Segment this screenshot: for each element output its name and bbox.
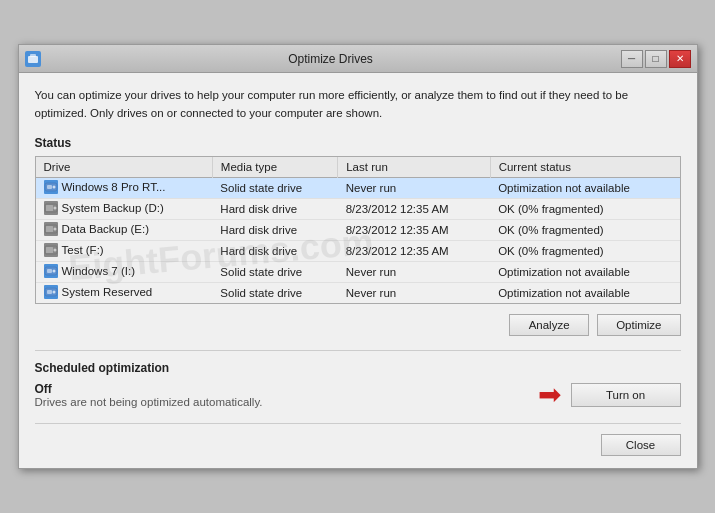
table-row[interactable]: Windows 8 Pro RT...Solid state driveNeve… — [36, 177, 680, 198]
current-status-cell: Optimization not available — [490, 177, 679, 198]
table-header-row: Drive Media type Last run Current status — [36, 157, 680, 178]
restore-button[interactable]: □ — [645, 50, 667, 68]
window-title: Optimize Drives — [41, 52, 621, 66]
last-run-cell: 8/23/2012 12:35 AM — [338, 198, 490, 219]
ssd-drive-icon — [44, 264, 58, 278]
optimize-button[interactable]: Optimize — [597, 314, 680, 336]
drive-name-cell: Test (F:) — [36, 240, 213, 261]
scheduled-description: Drives are not being optimized automatic… — [35, 396, 263, 408]
svg-rect-1 — [30, 54, 36, 57]
scheduled-section-label: Scheduled optimization — [35, 361, 681, 375]
drive-name-cell: System Reserved — [36, 282, 213, 303]
svg-point-10 — [53, 227, 56, 230]
scheduled-left: Off Drives are not being optimized autom… — [35, 382, 263, 408]
analyze-button[interactable]: Analyze — [509, 314, 589, 336]
ssd-drive-icon — [44, 285, 58, 299]
turn-on-button[interactable]: Turn on — [571, 383, 681, 407]
arrow-icon: ➡ — [538, 381, 561, 409]
drives-table-wrapper: Drive Media type Last run Current status… — [35, 156, 681, 304]
scheduled-right: ➡ Turn on — [538, 381, 681, 409]
scheduled-row: Off Drives are not being optimized autom… — [35, 381, 681, 409]
action-buttons-row: Analyze Optimize — [35, 314, 681, 336]
media-type-cell: Hard disk drive — [212, 240, 337, 261]
col-header-last-run: Last run — [338, 157, 490, 178]
svg-rect-18 — [47, 290, 52, 294]
svg-rect-3 — [47, 185, 52, 189]
drive-name-cell: Windows 8 Pro RT... — [36, 177, 213, 198]
hdd-drive-icon — [44, 201, 58, 215]
media-type-cell: Solid state drive — [212, 261, 337, 282]
drives-table: Drive Media type Last run Current status… — [36, 157, 680, 303]
table-row[interactable]: Windows 7 (I:)Solid state driveNever run… — [36, 261, 680, 282]
svg-rect-6 — [46, 205, 53, 211]
svg-rect-12 — [46, 247, 53, 253]
col-header-media-type: Media type — [212, 157, 337, 178]
media-type-cell: Solid state drive — [212, 282, 337, 303]
col-header-drive: Drive — [36, 157, 213, 178]
minimize-button[interactable]: ─ — [621, 50, 643, 68]
ssd-drive-icon — [44, 180, 58, 194]
svg-rect-0 — [28, 56, 38, 63]
close-button[interactable]: Close — [601, 434, 681, 456]
col-header-current-status: Current status — [490, 157, 679, 178]
close-window-button[interactable]: ✕ — [669, 50, 691, 68]
last-run-cell: 8/23/2012 12:35 AM — [338, 219, 490, 240]
drive-name-cell: System Backup (D:) — [36, 198, 213, 219]
svg-point-7 — [53, 206, 56, 209]
current-status-cell: OK (0% fragmented) — [490, 240, 679, 261]
current-status-cell: OK (0% fragmented) — [490, 198, 679, 219]
scheduled-section: Scheduled optimization Off Drives are no… — [35, 350, 681, 409]
current-status-cell: OK (0% fragmented) — [490, 219, 679, 240]
title-bar: Optimize Drives ─ □ ✕ — [19, 45, 697, 73]
current-status-cell: Optimization not available — [490, 282, 679, 303]
drive-name-cell: Windows 7 (I:) — [36, 261, 213, 282]
window-body: You can optimize your drives to help you… — [19, 73, 697, 468]
table-row[interactable]: System Backup (D:)Hard disk drive8/23/20… — [36, 198, 680, 219]
last-run-cell: Never run — [338, 261, 490, 282]
footer-row: Close — [35, 423, 681, 456]
table-row[interactable]: Test (F:)Hard disk drive8/23/2012 12:35 … — [36, 240, 680, 261]
svg-point-4 — [52, 185, 55, 188]
window-icon — [25, 51, 41, 67]
media-type-cell: Solid state drive — [212, 177, 337, 198]
table-row[interactable]: System ReservedSolid state driveNever ru… — [36, 282, 680, 303]
svg-rect-15 — [47, 269, 52, 273]
window-controls: ─ □ ✕ — [621, 50, 691, 68]
table-row[interactable]: Data Backup (E:)Hard disk drive8/23/2012… — [36, 219, 680, 240]
drive-name-cell: Data Backup (E:) — [36, 219, 213, 240]
media-type-cell: Hard disk drive — [212, 219, 337, 240]
svg-point-16 — [52, 269, 55, 272]
svg-rect-9 — [46, 226, 53, 232]
last-run-cell: 8/23/2012 12:35 AM — [338, 240, 490, 261]
media-type-cell: Hard disk drive — [212, 198, 337, 219]
current-status-cell: Optimization not available — [490, 261, 679, 282]
hdd-drive-icon — [44, 243, 58, 257]
status-section-label: Status — [35, 136, 681, 150]
last-run-cell: Never run — [338, 282, 490, 303]
svg-point-13 — [53, 248, 56, 251]
description-text: You can optimize your drives to help you… — [35, 87, 681, 122]
optimize-drives-window: Optimize Drives ─ □ ✕ You can optimize y… — [18, 44, 698, 469]
svg-point-19 — [52, 290, 55, 293]
hdd-drive-icon — [44, 222, 58, 236]
last-run-cell: Never run — [338, 177, 490, 198]
scheduled-status: Off — [35, 382, 263, 396]
